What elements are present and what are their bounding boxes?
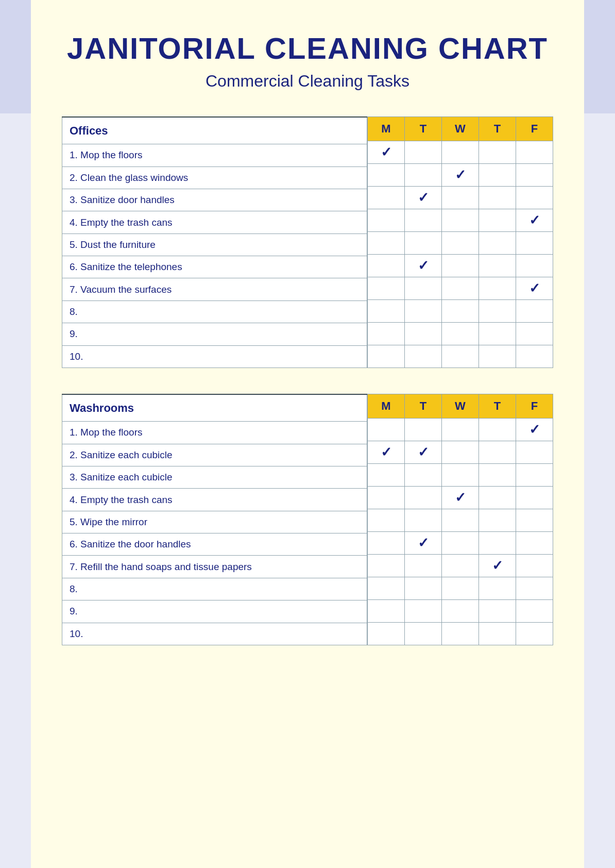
check-cell [405,577,442,600]
check-cell: ✓ [405,255,442,277]
sub-title: Commercial Cleaning Tasks [62,72,553,91]
check-cell [405,509,442,532]
check-cell [368,623,405,645]
table-row: 3. Sanitize each cubicle [62,466,367,489]
check-cell [442,232,479,255]
check-cell [442,555,479,577]
checkmark-icon: ✓ [381,144,392,160]
check-cell [516,555,553,577]
check-cell: ✓ [516,419,553,441]
table-row: 9. [62,323,367,345]
task-label: 7. Vacuum the surfaces [62,278,367,301]
check-row [368,623,553,645]
day-header: T [479,117,516,141]
day-table-offices: MTWTF✓✓✓✓✓✓ [367,116,553,368]
check-cell [516,187,553,209]
check-cell [368,277,405,300]
check-cell [516,164,553,187]
check-cell [516,300,553,323]
check-cell [442,345,479,368]
check-cell [516,441,553,464]
check-cell [516,487,553,509]
task-label: 1. Mop the floors [62,422,367,444]
check-cell [405,464,442,487]
check-cell [442,577,479,600]
table-row: 2. Sanitize each cubicle [62,444,367,466]
task-label: 3. Sanitize each cubicle [62,466,367,489]
check-cell [368,509,405,532]
checkmark-icon: ✓ [381,444,392,460]
check-cell [368,255,405,277]
table-row: 1. Mop the floors [62,422,367,444]
check-row: ✓ [368,487,553,509]
check-row: ✓✓ [368,441,553,464]
checkmark-icon: ✓ [455,490,466,505]
task-table-offices: Offices1. Mop the floors2. Clean the gla… [62,116,367,368]
check-cell [516,464,553,487]
table-row: 8. [62,578,367,600]
check-cell [516,623,553,645]
check-cell [405,487,442,509]
check-cell [368,600,405,623]
task-label: 6. Sanitize the telephones [62,256,367,278]
check-row: ✓ [368,419,553,441]
check-cell [479,532,516,555]
day-header: F [516,117,553,141]
check-cell: ✓ [405,532,442,555]
checkmark-icon: ✓ [529,280,540,296]
table-row: 6. Sanitize the telephones [62,256,367,278]
check-cell [479,323,516,345]
table-row: 10. [62,623,367,645]
checkmark-icon: ✓ [418,444,429,460]
check-cell [368,487,405,509]
table-row: 10. [62,345,367,368]
check-row [368,232,553,255]
check-cell [479,509,516,532]
table-row: 9. [62,600,367,623]
day-header: T [405,117,442,141]
check-cell [405,600,442,623]
check-cell [479,164,516,187]
task-label: 3. Sanitize door handles [62,189,367,211]
check-cell [516,509,553,532]
task-table-washrooms: Washrooms1. Mop the floors2. Sanitize ea… [62,394,367,645]
check-row [368,345,553,368]
check-cell [442,209,479,232]
check-cell [405,419,442,441]
check-cell [368,532,405,555]
task-label: 5. Wipe the mirror [62,511,367,533]
table-row: 1. Mop the floors [62,144,367,166]
checkmark-icon: ✓ [418,535,429,550]
check-cell [368,232,405,255]
day-header: W [442,117,479,141]
checkmark-icon: ✓ [529,212,540,228]
check-cell [479,345,516,368]
check-cell [516,141,553,164]
task-label: 8. [62,578,367,600]
check-cell [368,464,405,487]
check-cell [516,232,553,255]
day-header: F [516,394,553,419]
checkmark-icon: ✓ [418,190,429,205]
checkmark-icon: ✓ [455,167,466,182]
check-row: ✓ [368,532,553,555]
table-row: 7. Refill the hand soaps and tissue pape… [62,556,367,578]
checkmark-icon: ✓ [492,558,503,573]
check-cell [479,419,516,441]
check-cell: ✓ [368,441,405,464]
check-cell [479,232,516,255]
check-cell [442,623,479,645]
check-cell [442,187,479,209]
check-cell [516,577,553,600]
check-cell [479,255,516,277]
check-cell [479,300,516,323]
check-cell [368,577,405,600]
task-label: 6. Sanitize the door handles [62,533,367,556]
check-cell [405,277,442,300]
table-row: 5. Wipe the mirror [62,511,367,533]
check-cell [442,509,479,532]
check-cell: ✓ [516,209,553,232]
check-row [368,464,553,487]
check-cell [405,232,442,255]
check-cell [479,577,516,600]
